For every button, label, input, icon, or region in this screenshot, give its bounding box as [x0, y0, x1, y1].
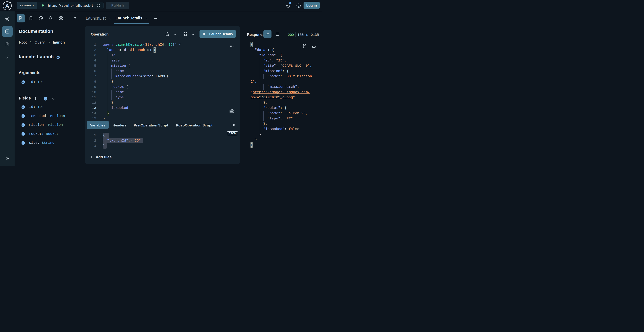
svg-text:A: A [5, 3, 10, 9]
svg-text:?: ? [298, 4, 299, 7]
